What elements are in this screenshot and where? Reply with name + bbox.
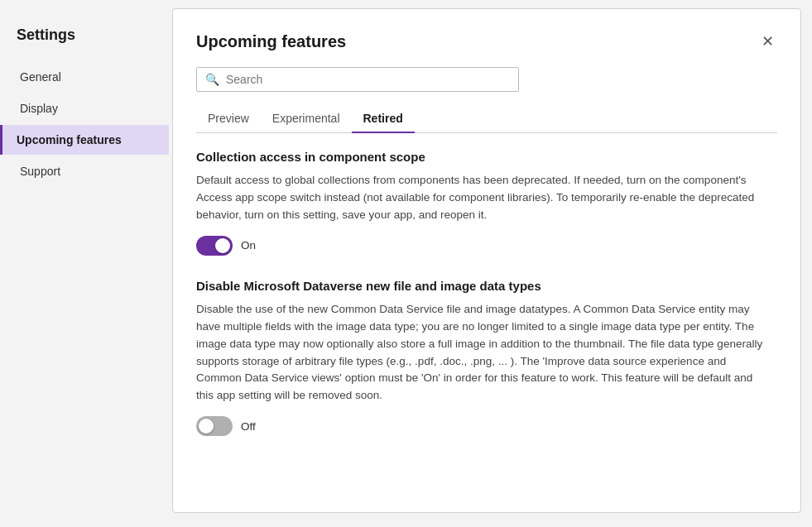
tabs-bar: Preview Experimental Retired <box>196 105 777 133</box>
close-button[interactable]: ✕ <box>758 29 777 54</box>
section-desc-collection-access: Default access to global collections fro… <box>196 172 771 224</box>
tab-experimental[interactable]: Experimental <box>261 105 352 133</box>
app-container: Settings General Display Upcoming featur… <box>0 0 812 527</box>
tab-preview[interactable]: Preview <box>196 105 261 133</box>
dialog: Upcoming features ✕ 🔍 Preview Experiment… <box>172 8 801 513</box>
sidebar-item-upcoming-features[interactable]: Upcoming features <box>0 125 169 155</box>
tab-retired[interactable]: Retired <box>352 105 415 133</box>
dialog-title: Upcoming features <box>196 32 346 51</box>
sidebar-item-display[interactable]: Display <box>3 93 169 123</box>
section-title-collection-access: Collection access in component scope <box>196 150 771 164</box>
dialog-header: Upcoming features ✕ <box>196 29 777 54</box>
section-disable-dataverse: Disable Microsoft Dataverse new file and… <box>196 279 771 437</box>
toggle-row-disable-dataverse: Off <box>196 416 771 436</box>
content-area: Collection access in component scope Def… <box>196 150 777 492</box>
section-collection-access: Collection access in component scope Def… <box>196 150 771 256</box>
sidebar-title: Settings <box>0 17 172 60</box>
toggle-label-collection-access: On <box>241 239 256 252</box>
toggle-disable-dataverse[interactable] <box>196 416 233 436</box>
toggle-collection-access[interactable] <box>196 236 233 256</box>
search-icon: 🔍 <box>205 73 219 86</box>
dialog-overlay: Upcoming features ✕ 🔍 Preview Experiment… <box>172 0 812 527</box>
toggle-row-collection-access: On <box>196 236 771 256</box>
sidebar-item-general[interactable]: General <box>3 62 169 92</box>
section-title-disable-dataverse: Disable Microsoft Dataverse new file and… <box>196 279 771 293</box>
search-box: 🔍 <box>196 67 519 92</box>
toggle-label-disable-dataverse: Off <box>241 420 256 433</box>
section-desc-disable-dataverse: Disable the use of the new Common Data S… <box>196 301 771 405</box>
sidebar: Settings General Display Upcoming featur… <box>0 0 172 527</box>
sidebar-item-support[interactable]: Support <box>3 156 169 186</box>
search-input[interactable] <box>226 73 510 86</box>
